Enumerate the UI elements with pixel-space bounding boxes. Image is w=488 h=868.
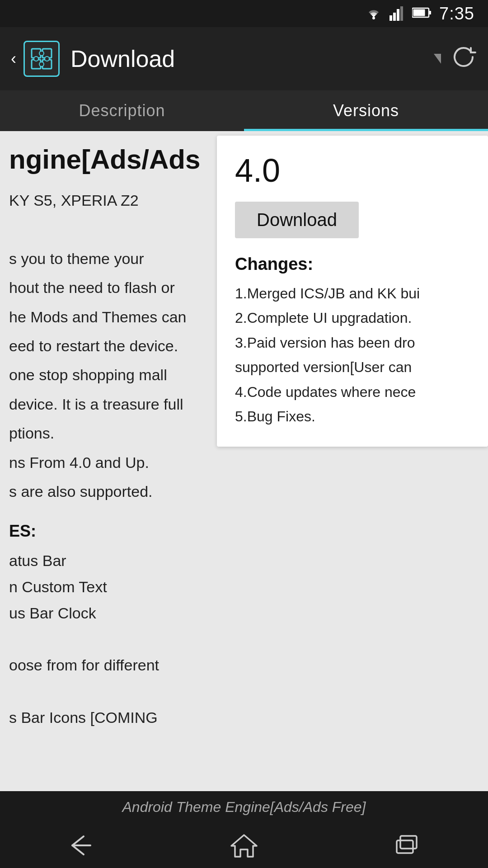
home-nav-button[interactable] (217, 827, 271, 863)
status-time: 7:35 (439, 4, 474, 24)
signal-icon (389, 5, 406, 23)
dropdown-arrow-icon (434, 54, 441, 64)
change-5: 4.Code updates where nece (235, 380, 470, 404)
changes-list: 1.Merged ICS/JB and KK bui 2.Complete UI… (235, 281, 470, 429)
download-button[interactable]: Download (235, 202, 359, 238)
svg-rect-3 (397, 9, 399, 21)
feature-5: oose from for different (9, 652, 474, 679)
svg-point-15 (45, 57, 49, 61)
svg-rect-4 (400, 6, 403, 21)
back-arrow-icon: ‹ (11, 51, 16, 67)
status-bar: 7:35 (0, 0, 488, 27)
bottom-app-name: Android Theme Engine[Ads/Ads Free] (122, 799, 366, 816)
nav-bar (0, 823, 488, 868)
change-1: 1.Merged ICS/JB and KK bui (235, 281, 470, 306)
bottom-app-bar: Android Theme Engine[Ads/Ads Free] (0, 791, 488, 823)
back-nav-button[interactable] (54, 827, 108, 863)
app-bar-left: ‹ Download (11, 41, 434, 77)
refresh-button[interactable] (450, 43, 477, 74)
change-6: 5.Bug Fixes. (235, 404, 470, 429)
svg-rect-7 (413, 9, 425, 16)
recents-nav-button[interactable] (380, 827, 434, 863)
app-icon (23, 41, 60, 77)
svg-point-12 (39, 51, 44, 56)
app-bar: ‹ Download (0, 27, 488, 90)
svg-rect-2 (393, 13, 396, 21)
back-button[interactable]: ‹ (11, 51, 16, 67)
change-2: 2.Complete UI upgradation. (235, 306, 470, 330)
feature-3: us Bar Clock (9, 600, 474, 627)
wifi-icon (364, 5, 383, 22)
changes-title: Changes: (235, 255, 470, 274)
battery-icon (412, 6, 431, 21)
tabs-bar: Description Versions (0, 90, 488, 131)
feature-2: n Custom Text (9, 574, 474, 600)
version-number: 4.0 (235, 152, 470, 189)
desc-line-10: ns From 4.0 and Up. (9, 450, 474, 475)
app-bar-title: Download (70, 45, 175, 72)
svg-rect-18 (400, 836, 417, 849)
features-list: atus Bar n Custom Text us Bar Clock oose… (9, 548, 474, 731)
feature-6 (9, 679, 474, 705)
tab-description[interactable]: Description (0, 90, 244, 131)
svg-rect-6 (429, 11, 431, 14)
change-3: 3.Paid version has been dro (235, 330, 470, 355)
main-content: ngine[Ads/Ads KY S5, XPERIA Z2 s you to … (0, 131, 488, 832)
feature-7: s Bar Icons [COMING (9, 705, 474, 731)
svg-point-14 (34, 57, 38, 61)
section-title: ES: (9, 522, 474, 541)
tab-versions[interactable]: Versions (244, 90, 488, 131)
svg-rect-19 (397, 840, 413, 853)
svg-point-0 (372, 17, 375, 19)
svg-rect-1 (389, 15, 392, 21)
feature-4 (9, 627, 474, 653)
svg-point-13 (39, 62, 44, 66)
status-icons (364, 5, 431, 23)
version-card: 4.0 Download Changes: 1.Merged ICS/JB an… (217, 136, 488, 447)
change-4: supported version[User can (235, 355, 470, 379)
svg-marker-17 (231, 835, 257, 857)
desc-line-11: s are also supported. (9, 479, 474, 504)
app-bar-right (434, 43, 477, 74)
feature-1: atus Bar (9, 548, 474, 574)
